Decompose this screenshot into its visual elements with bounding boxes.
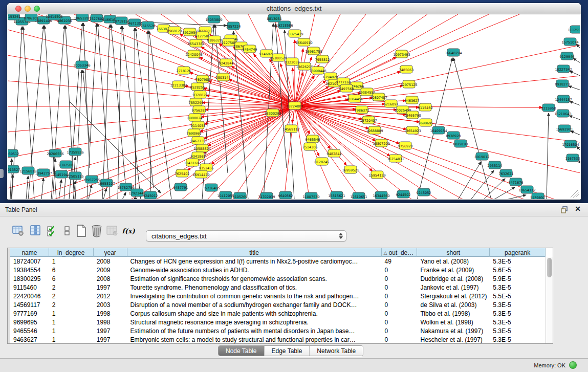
graph-node[interactable]: 10973493 <box>393 50 410 58</box>
graph-node[interactable]: 9640562 <box>278 191 293 199</box>
graph-node[interactable]: 9463627 <box>405 96 420 104</box>
graph-node[interactable]: 16914479 <box>192 170 209 178</box>
resize-grip-icon[interactable] <box>571 190 579 198</box>
graph-node[interactable]: 18724007 <box>286 102 303 110</box>
graph-node[interactable]: 10654112 <box>518 186 535 193</box>
network-window-titlebar[interactable]: citations_edges.txt <box>7 3 581 14</box>
table-panel-header[interactable]: Table Panel ✕ <box>0 203 588 216</box>
column-header-pagerank[interactable]: pagerank <box>490 248 546 257</box>
graph-node[interactable]: 6879193 <box>453 140 468 147</box>
graph-node[interactable]: 8215958 <box>541 104 556 112</box>
graph-node[interactable]: 8186328 <box>207 36 222 43</box>
graph-node[interactable]: 9699695 <box>419 119 433 126</box>
graph-node[interactable]: 18300295 <box>264 109 281 117</box>
table-row[interactable]: 2242004622012Investigating the contribut… <box>10 292 546 300</box>
column-header-indegree[interactable]: in_degree <box>49 248 94 257</box>
delete-table-icon[interactable] <box>90 224 103 238</box>
graph-node[interactable]: 18495798 <box>404 111 421 119</box>
graph-node[interactable]: 16210643 <box>554 110 571 117</box>
graph-node[interactable]: 13325419 <box>286 30 303 37</box>
graph-node[interactable]: 7986372 <box>355 106 369 114</box>
float-panel-icon[interactable] <box>560 206 569 214</box>
table-scrollbar-thumb[interactable] <box>547 258 552 277</box>
graph-node[interactable]: 17016504 <box>562 140 579 148</box>
graph-node[interactable]: 15815621 <box>328 191 345 199</box>
graph-node[interactable]: 10412055 <box>217 191 234 199</box>
graph-node[interactable]: 6216097 <box>384 100 399 107</box>
graph-node[interactable]: 8471676 <box>509 178 524 186</box>
collapsed-panel-handle[interactable] <box>0 169 4 178</box>
graph-node[interactable]: 2935114 <box>488 161 503 169</box>
graph-node[interactable]: 6497568 <box>339 84 354 92</box>
graph-node[interactable]: 16409154 <box>430 126 447 134</box>
graph-node[interactable]: 7485063 <box>399 65 414 73</box>
column-header-outde[interactable]: △out_de… <box>382 248 418 257</box>
graph-node[interactable]: 20206556 <box>47 149 63 157</box>
graph-node[interactable]: 16640910 <box>295 38 312 46</box>
table-row[interactable]: 946554611997Estimation of the future num… <box>10 326 546 335</box>
graph-node[interactable]: 18807209 <box>373 139 389 147</box>
graph-node[interactable]: 22420046 <box>185 50 202 58</box>
graph-node[interactable]: 16959521 <box>342 166 359 173</box>
graph-node[interactable]: 7852290 <box>189 98 204 106</box>
graph-node[interactable]: 1527602 <box>90 14 104 22</box>
graph-node[interactable]: 7607980 <box>195 75 210 83</box>
graph-node[interactable]: 8938273 <box>555 80 570 87</box>
table-row[interactable]: 969969511998Structural magnetic resonanc… <box>10 318 546 326</box>
graph-node[interactable]: 11431692 <box>184 159 201 166</box>
graph-node[interactable]: 7857224 <box>226 22 241 30</box>
table-row[interactable]: 1456911722003Disruption of a novel membe… <box>10 300 546 309</box>
graph-node[interactable]: 13942757 <box>35 169 52 177</box>
graph-node[interactable]: 8919012 <box>475 152 490 160</box>
graph-node[interactable]: 9245052 <box>417 188 431 196</box>
graph-node[interactable]: 16754831 <box>387 155 404 162</box>
graph-node[interactable]: 3913527 <box>8 165 20 173</box>
graph-node[interactable]: 9465546 <box>306 135 320 143</box>
graph-node[interactable]: 12505115 <box>67 172 83 180</box>
column-header-year[interactable]: year <box>94 248 127 257</box>
network-canvas[interactable]: 1830029576638228960123891295418226058912… <box>8 14 580 199</box>
column-header-short[interactable]: short <box>417 248 490 257</box>
graph-node[interactable]: 10807487 <box>370 93 387 101</box>
graph-node[interactable]: 15751074 <box>561 38 578 46</box>
graph-node[interactable]: 9245012 <box>143 191 158 199</box>
graph-node[interactable]: 15692971 <box>556 125 573 133</box>
graph-node[interactable]: 16543382 <box>187 39 204 47</box>
graph-node[interactable]: 8528255 <box>190 83 205 91</box>
column-header-name[interactable]: name <box>10 248 49 257</box>
graph-node[interactable]: 7615526 <box>141 21 156 29</box>
table-selector-dropdown[interactable]: citations_edges.txt <box>146 230 346 242</box>
graph-node[interactable]: 9115460 <box>418 103 433 111</box>
graph-node[interactable]: 20364456 <box>346 95 363 102</box>
graph-node[interactable]: 9245652 <box>531 193 546 199</box>
tab-network-table[interactable]: Network Table <box>309 346 363 356</box>
graph-node[interactable]: 12610651 <box>350 192 367 199</box>
network-window[interactable]: citations_edges.txt 18300295766382289601… <box>7 3 581 200</box>
graph-node[interactable]: 12975125 <box>400 80 417 88</box>
graph-node[interactable]: 9397588 <box>59 161 74 168</box>
graph-node[interactable]: 2718126 <box>177 67 191 74</box>
graph-node[interactable]: 7690960 <box>187 129 202 137</box>
graph-node[interactable]: 12444157 <box>555 95 572 103</box>
graph-node[interactable]: 8105269 <box>233 192 248 199</box>
graph-node[interactable]: 9462735 <box>191 137 206 144</box>
column-settings-icon[interactable] <box>29 224 42 238</box>
graph-node[interactable]: 8938928 <box>446 132 461 139</box>
table-settings-icon[interactable] <box>11 224 25 238</box>
graph-node[interactable]: 2803144 <box>216 73 231 81</box>
column-header-title[interactable]: title <box>127 248 382 257</box>
table-row[interactable]: 1830029562008Estimation of significance … <box>10 274 546 283</box>
graph-node[interactable]: 9756285 <box>192 106 207 114</box>
table-row[interactable]: 1938455462009Genome-wide association stu… <box>10 266 546 274</box>
table-row[interactable]: 946362711997Embryonic stem cells: a mode… <box>10 335 546 343</box>
graph-node[interactable]: 7955812 <box>315 55 330 63</box>
graph-node[interactable]: 9457791 <box>173 183 188 191</box>
graph-node[interactable]: 10414505 <box>46 14 62 20</box>
table-scrollbar[interactable] <box>546 257 553 343</box>
new-table-icon[interactable] <box>75 224 88 238</box>
tab-node-table[interactable]: Node Table <box>219 346 264 356</box>
graph-node[interactable]: 10653287 <box>74 14 91 21</box>
table-row[interactable]: 911546021997Tourette syndrome. Phenomeno… <box>10 283 546 292</box>
graph-node[interactable]: 16961758 <box>305 47 322 55</box>
graph-node[interactable]: 12213383 <box>170 81 187 89</box>
